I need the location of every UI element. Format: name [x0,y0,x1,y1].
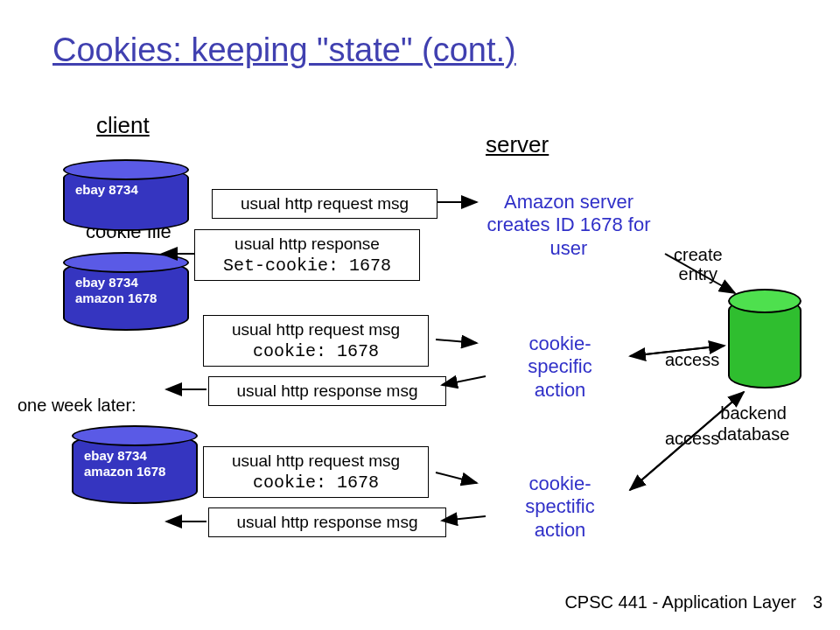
cookie-cylinder-3: ebay 8734amazon 1678 [72,432,198,504]
note-cookie-action-2: cookie-spectificaction [490,472,630,542]
msg-req2-line1: usual http request msg [232,320,400,339]
msg-request-1: usual http request msg [212,189,438,219]
one-week-label: one week later: [18,396,136,416]
msg-req3-line1: usual http request msg [232,452,400,470]
note-create-id: Amazon server creates ID 1678 for user [472,191,665,260]
msg-request-3: usual http request msg cookie: 1678 [203,446,429,498]
msg-resp-line1: usual http response [234,234,380,253]
svg-line-11 [442,376,486,385]
msg-resp-setcookie: Set-cookie: 1678 [223,256,391,276]
page-number: 3 [813,592,822,612]
slide-title: Cookies: keeping "state" (cont.) [52,32,516,69]
note-cookie-action-1: cookie-specificaction [490,332,630,402]
cookie-cylinder-2: ebay 8734amazon 1678 [63,259,189,331]
svg-line-12 [442,516,486,521]
msg-req3-cookie: cookie: 1678 [253,472,379,493]
database-label: backenddatabase [718,402,789,444]
msg-request-2: usual http request msg cookie: 1678 [203,315,429,367]
server-label: server [486,131,549,158]
msg-response-2: usual http response msg [208,376,446,406]
client-label: client [96,112,150,139]
cookie-cylinder-1: ebay 8734 [63,166,189,231]
cookie-cylinder-1-text: ebay 8734 [75,182,138,198]
msg-response-3: usual http response msg [208,508,446,537]
msg-response-setcookie: usual http response Set-cookie: 1678 [194,229,420,281]
cookie-cylinder-3-text: ebay 8734amazon 1678 [84,448,165,480]
database-cylinder [728,298,802,388]
create-entry-label: createentry [674,245,723,284]
msg-req2-cookie: cookie: 1678 [253,341,379,361]
access-label-1: access [665,350,719,369]
cookie-cylinder-2-text: ebay 8734amazon 1678 [75,275,157,306]
svg-line-2 [436,340,477,343]
svg-line-4 [436,472,477,483]
footer-course: CPSC 441 - Application Layer [564,592,796,612]
access-label-2: access [665,429,719,448]
